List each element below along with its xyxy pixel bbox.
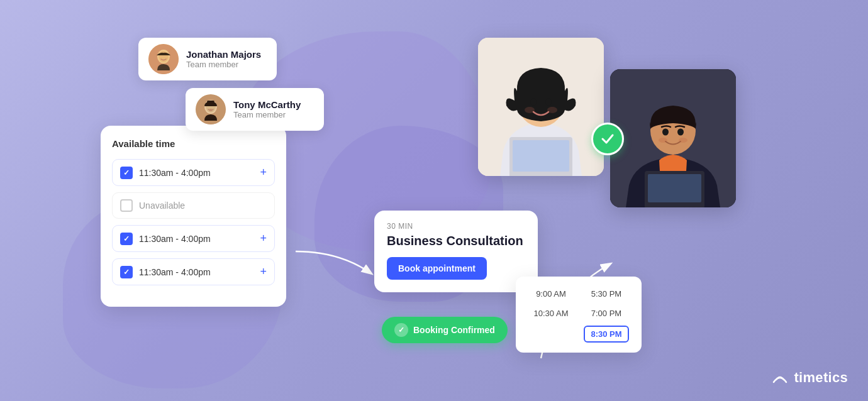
consultation-card: 30 MIN Business Consultation Book appoin… <box>374 211 538 292</box>
unavailable-label: Unavailable <box>139 200 185 211</box>
time-row-3[interactable]: ✓ 11:30am - 4:00pm + <box>112 225 275 252</box>
checkbox-3[interactable]: ✓ <box>120 233 133 245</box>
jonathan-role: Team member <box>186 60 261 69</box>
svg-point-23 <box>525 107 535 113</box>
checkbox-1[interactable]: ✓ <box>120 167 133 179</box>
arrow-to-consultation <box>289 239 384 289</box>
confirmed-check-icon: ✓ <box>394 323 408 337</box>
person-card-tony: Tony McCarthy Team member <box>186 88 324 131</box>
svg-point-28 <box>662 129 669 136</box>
photo-man <box>610 69 736 207</box>
time-row-1[interactable]: ✓ 11:30am - 4:00pm + <box>112 159 275 186</box>
svg-point-18 <box>530 98 537 106</box>
person-card-jonathan: Jonathan Majors Team member <box>138 38 277 80</box>
svg-point-34 <box>679 138 687 143</box>
timeslot-900am[interactable]: 9:00 AM <box>528 287 574 301</box>
checkbox-4[interactable]: ✓ <box>120 266 133 278</box>
time-row-2[interactable]: Unavailable <box>112 192 275 219</box>
avatar-tony <box>196 94 226 124</box>
checkbox-2[interactable] <box>120 199 133 212</box>
jonathan-name: Jonathan Majors <box>186 49 261 60</box>
booking-confirmed-label: Booking Confirmed <box>413 325 495 335</box>
timetics-logo: timetics <box>771 370 848 386</box>
svg-point-19 <box>545 98 552 106</box>
svg-rect-21 <box>513 140 569 172</box>
avatar-jonathan <box>148 44 179 74</box>
book-appointment-button[interactable]: Book appointment <box>387 257 487 280</box>
check-icon-1: ✓ <box>123 168 130 177</box>
svg-point-10 <box>209 109 213 111</box>
timetics-icon <box>771 371 789 385</box>
check-svg <box>599 131 616 147</box>
booking-confirmed-badge: ✓ Booking Confirmed <box>382 317 508 343</box>
check-icon-3: ✓ <box>123 234 130 243</box>
timeslot-530pm[interactable]: 5:30 PM <box>584 287 629 301</box>
svg-point-24 <box>547 107 557 113</box>
consultation-duration: 30 MIN <box>387 222 525 231</box>
svg-rect-31 <box>648 174 701 202</box>
tony-info: Tony McCarthy Team member <box>233 99 301 119</box>
available-time-panel: Available time ✓ 11:30am - 4:00pm + Unav… <box>101 126 286 307</box>
photo-woman <box>478 38 604 176</box>
svg-point-33 <box>659 138 667 143</box>
check-overlay <box>591 123 624 155</box>
tony-name: Tony McCarthy <box>233 99 301 110</box>
time-label-1: 11:30am - 4:00pm <box>139 168 253 178</box>
plus-icon-1[interactable]: + <box>260 166 267 179</box>
plus-icon-4[interactable]: + <box>260 265 267 278</box>
timeslot-830pm[interactable]: 8:30 PM <box>584 326 629 343</box>
plus-icon-3[interactable]: + <box>260 232 267 245</box>
timeslots-panel: 9:00 AM 5:30 PM 10:30 AM 7:00 PM 8:30 PM <box>516 277 642 353</box>
tony-role: Team member <box>233 110 301 119</box>
time-label-4: 11:30am - 4:00pm <box>139 267 253 277</box>
consultation-title: Business Consultation <box>387 233 525 248</box>
timeslot-700pm[interactable]: 7:00 PM <box>584 306 629 321</box>
time-label-3: 11:30am - 4:00pm <box>139 234 253 244</box>
timetics-brand-name: timetics <box>794 370 848 386</box>
jonathan-info: Jonathan Majors Team member <box>186 49 261 69</box>
svg-point-2 <box>159 51 169 62</box>
svg-point-29 <box>677 129 684 136</box>
timeslots-grid: 9:00 AM 5:30 PM 10:30 AM 7:00 PM 8:30 PM <box>528 287 629 343</box>
timeslot-1030am[interactable]: 10:30 AM <box>528 306 574 321</box>
check-icon-4: ✓ <box>123 268 130 277</box>
time-row-4[interactable]: ✓ 11:30am - 4:00pm + <box>112 258 275 285</box>
timeslot-spacer <box>528 326 574 343</box>
available-time-title: Available time <box>112 138 275 149</box>
svg-rect-11 <box>207 101 214 103</box>
